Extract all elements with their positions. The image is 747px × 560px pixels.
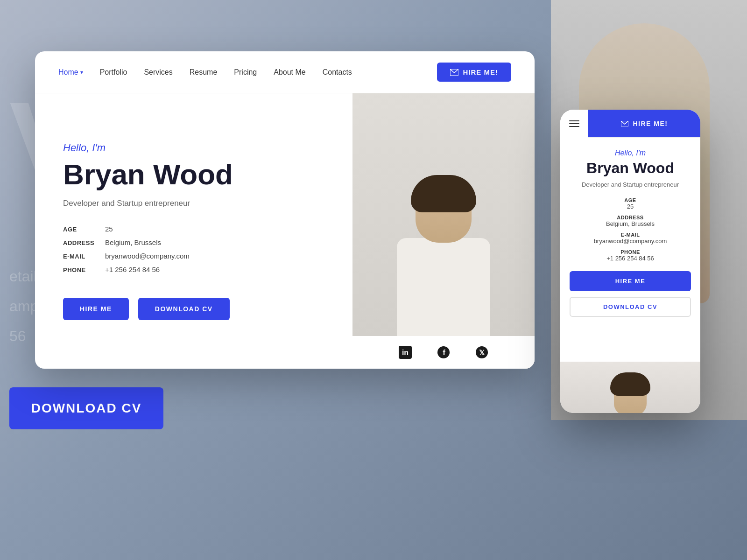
mobile-email-value: bryanwood@company.com [570,238,691,245]
mobile-profile-name: Bryan Wood [570,160,691,176]
address-label: ADDRESS [63,239,105,246]
mobile-download-cv-button[interactable]: DOWNLOAD CV [570,297,691,317]
nav-resume[interactable]: Resume [190,68,218,77]
nav-pricing[interactable]: Pricing [234,68,257,77]
download-cv-button[interactable]: DOWNLOAD CV [138,298,230,320]
nav-links: Home Portfolio Services Resume Pricing A… [58,68,352,77]
mobile-phone-row: PHONE +1 256 254 84 56 [570,249,691,262]
address-value: Belgium, Brussels [105,238,161,246]
social-bar: in f 𝕏 [352,336,535,369]
profile-subtitle: Developer and Startup entrepreneur [63,199,324,208]
mobile-age-label: AGE [570,197,691,203]
email-value: bryanwood@company.com [105,252,190,260]
mobile-info-table: AGE 25 ADDRESS Belgium, Brussels E-MAIL … [570,197,691,262]
svg-text:in: in [402,349,409,357]
navigation: Home Portfolio Services Resume Pricing A… [35,51,535,93]
twitter-icon[interactable]: 𝕏 [474,345,489,360]
mobile-hire-me-nav-button[interactable]: HIRE ME! [588,110,700,137]
nav-portfolio[interactable]: Portfolio [100,68,127,77]
right-photo-panel: in f 𝕏 [352,93,535,369]
mobile-person-hair [610,372,650,396]
svg-text:f: f [443,348,445,357]
phone-value: +1 256 254 84 56 [105,266,160,273]
info-row-age: AGE 25 [63,225,324,233]
hamburger-icon [569,120,579,127]
mobile-hire-me-button[interactable]: HIRE ME [570,271,691,291]
age-label: AGE [63,226,105,233]
hamburger-line-1 [569,120,579,121]
mobile-bottom-photo [560,362,700,413]
mobile-person-head [614,378,647,413]
hamburger-line-2 [569,123,579,124]
svg-text:𝕏: 𝕏 [479,349,485,357]
info-row-address: ADDRESS Belgium, Brussels [63,238,324,246]
mobile-subtitle: Developer and Startup entrepreneur [570,181,691,188]
mail-icon [450,69,458,76]
info-row-phone: PHONE +1 256 254 84 56 [63,266,324,273]
mobile-phone-value: +1 256 254 84 56 [570,255,691,262]
age-value: 25 [105,225,113,233]
person-hair [411,175,476,212]
hire-me-button[interactable]: HIRE ME [63,298,129,320]
phone-label: PHONE [63,266,105,273]
desktop-card: Home Portfolio Services Resume Pricing A… [35,51,535,369]
mobile-address-value: Belgium, Brussels [570,220,691,227]
mobile-age-row: AGE 25 [570,197,691,210]
mobile-content: Hello, I'm Bryan Wood Developer and Star… [560,138,700,328]
mobile-address-row: ADDRESS Belgium, Brussels [570,215,691,227]
hire-me-nav-button[interactable]: HIRE ME! [437,63,512,82]
mobile-address-label: ADDRESS [570,215,691,220]
profile-photo [352,93,535,369]
bg-download-btn: DOWNLOAD CV [9,387,163,429]
profile-name: Bryan Wood [63,159,324,190]
left-panel: Hello, I'm Bryan Wood Developer and Star… [35,93,352,369]
mobile-mail-icon [621,121,628,126]
linkedin-icon[interactable]: in [398,345,413,360]
nav-about[interactable]: About Me [274,68,305,77]
info-table: AGE 25 ADDRESS Belgium, Brussels E-MAIL … [63,225,324,279]
mobile-card: HIRE ME! Hello, I'm Bryan Wood Developer… [560,110,700,413]
mobile-greeting: Hello, I'm [570,149,691,157]
info-row-email: E-MAIL bryanwood@company.com [63,252,324,260]
mobile-email-label: E-MAIL [570,232,691,238]
mobile-phone-label: PHONE [570,249,691,255]
mobile-age-value: 25 [570,203,691,210]
nav-contacts[interactable]: Contacts [323,68,352,77]
person-head [416,182,472,243]
action-buttons: HIRE ME DOWNLOAD CV [63,298,324,320]
hamburger-button[interactable] [560,110,588,138]
mobile-topbar: HIRE ME! [560,110,700,138]
nav-home[interactable]: Home [58,68,83,77]
mobile-email-row: E-MAIL bryanwood@company.com [570,232,691,245]
facebook-icon[interactable]: f [436,345,451,360]
card-content: Hello, I'm Bryan Wood Developer and Star… [35,93,535,369]
hamburger-line-3 [569,126,579,127]
greeting-text: Hello, I'm [63,142,324,154]
nav-services[interactable]: Services [144,68,172,77]
email-label: E-MAIL [63,253,105,260]
